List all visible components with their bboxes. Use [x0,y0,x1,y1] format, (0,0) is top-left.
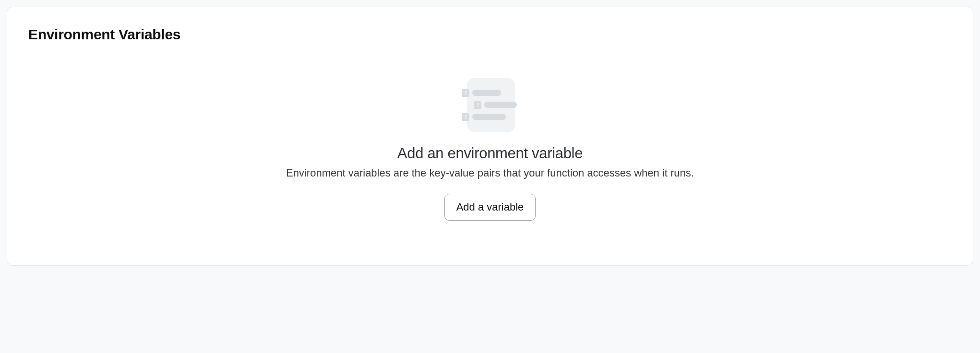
environment-variables-card: Environment Variables ? ? [7,7,973,266]
empty-state: ? ? ? Add an environment variable Enviro… [28,76,952,221]
empty-state-title: Add an environment variable [397,145,583,162]
empty-variables-icon: ? ? ? [461,76,519,134]
svg-text:?: ? [464,114,467,120]
svg-text:?: ? [464,90,467,96]
card-title: Environment Variables [28,26,952,43]
svg-rect-3 [472,90,501,96]
svg-text:?: ? [476,102,479,108]
add-variable-button[interactable]: Add a variable [444,194,536,221]
svg-rect-9 [472,114,506,120]
empty-state-subtitle: Environment variables are the key-value … [286,167,694,179]
svg-rect-6 [484,102,517,108]
